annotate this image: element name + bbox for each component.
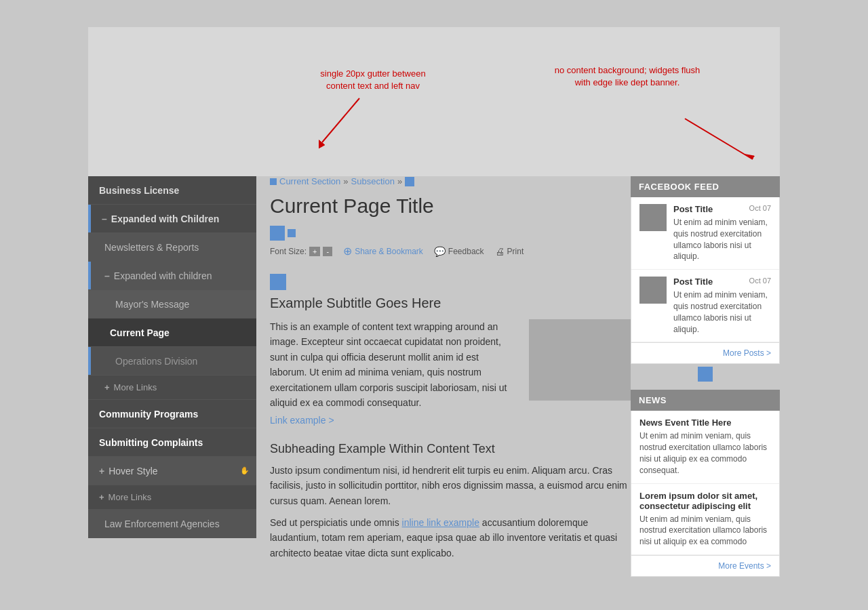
hover-cursor-icon: ✋ xyxy=(240,466,250,475)
arrow-left-annotation xyxy=(319,95,387,149)
svg-line-1 xyxy=(322,98,359,142)
nav-label-hover-style: Hover Style xyxy=(108,466,157,476)
print-item[interactable]: 🖨 Print xyxy=(495,246,524,257)
deco-sq-3 xyxy=(270,274,286,290)
feedback-icon: 💬 xyxy=(434,246,446,257)
toolbar: Font Size: + - ⊕ Share & Bookmark 💬 Feed… xyxy=(270,245,631,263)
nav-item-hover-style[interactable]: + Hover Style ✋ xyxy=(88,457,256,485)
share-bookmark-item[interactable]: ⊕ Share & Bookmark xyxy=(343,245,423,258)
news-text-1: Ut enim ad minim veniam, quis nostrud ex… xyxy=(639,430,771,476)
breadcrumb-icon xyxy=(270,178,277,185)
right-sidebar: FACEBOOK FEED Post Title Oct 07 Ut enim … xyxy=(631,176,780,577)
nav-label-expanded-sub: Expanded with children xyxy=(114,270,212,281)
content-link[interactable]: Link example > xyxy=(270,413,518,428)
widget-deco xyxy=(631,364,780,384)
nav-label-current-page: Current Page xyxy=(110,327,170,338)
content-area: Current Section » Subsection » Current P… xyxy=(256,176,631,577)
facebook-widget: FACEBOOK FEED Post Title Oct 07 Ut enim … xyxy=(631,176,780,364)
breadcrumb-subsection[interactable]: Subsection xyxy=(351,176,395,186)
nav-item-business-license[interactable]: Business License xyxy=(88,176,256,205)
fb-date-1: Oct 07 xyxy=(749,204,771,212)
news-title-2: Lorem ipsum dolor sit amet, consectetur … xyxy=(639,491,771,511)
fb-post-title-1: Post Title xyxy=(673,204,713,214)
nav-item-current-page[interactable]: Current Page xyxy=(88,319,256,347)
annotation-right: no content background; widgets flush wit… xyxy=(549,64,705,89)
inline-link[interactable]: inline link example xyxy=(402,517,479,528)
top-banner: single 20px gutter between content text … xyxy=(88,27,780,176)
nav-item-operations[interactable]: Operations Division xyxy=(88,347,256,375)
deco-sq-1 xyxy=(270,226,285,241)
nav-label-newsletters: Newsletters & Reports xyxy=(104,242,199,253)
fb-text-2: Ut enim ad minim veniam, quis nostrud ex… xyxy=(673,289,771,335)
nav-item-mayors-message[interactable]: Mayor's Message xyxy=(88,290,256,319)
facebook-body: Post Title Oct 07 Ut enim ad minim venia… xyxy=(631,197,780,343)
breadcrumb-square xyxy=(405,177,414,186)
left-nav: Business License – Expanded with Childre… xyxy=(88,176,256,577)
deco-row-2 xyxy=(270,274,631,290)
nav-accent-1 xyxy=(88,205,91,232)
fb-date-2: Oct 07 xyxy=(749,277,771,285)
fb-text-1: Ut enim ad minim veniam, quis nostrud ex… xyxy=(673,217,771,262)
facebook-more-link[interactable]: More Posts > xyxy=(631,343,780,364)
expand-icon-more-2: + xyxy=(99,492,104,502)
nav-more-links-2[interactable]: + More Links xyxy=(88,485,256,510)
fb-thumb-2 xyxy=(639,277,667,304)
font-decrease-button[interactable]: - xyxy=(323,247,332,256)
nav-item-expanded-with-children[interactable]: – Expanded with Children xyxy=(88,205,256,233)
nav-more-links-1[interactable]: + More Links xyxy=(88,375,256,400)
font-size-label: Font Size: xyxy=(270,247,307,256)
decorative-squares xyxy=(270,226,631,241)
news-title-1: News Event Title Here xyxy=(639,418,771,428)
nav-item-community-programs[interactable]: Community Programs xyxy=(88,400,256,428)
feedback-label: Feedback xyxy=(448,247,484,256)
nav-item-expanded-sub[interactable]: – Expanded with children xyxy=(88,262,256,290)
content-para-2: Sed ut perspiciatis unde omnis inline li… xyxy=(270,515,631,561)
page-title: Current Page Title xyxy=(270,195,631,218)
nav-label-law-enforcement: Law Enforcement Agencies xyxy=(104,518,220,529)
nav-label-more-2: More Links xyxy=(108,492,152,502)
font-increase-button[interactable]: + xyxy=(309,247,320,256)
print-icon: 🖨 xyxy=(495,246,505,257)
breadcrumb: Current Section » Subsection » xyxy=(270,176,631,186)
fb-post-2[interactable]: Post Title Oct 07 Ut enim ad minim venia… xyxy=(631,270,779,342)
font-size-control: Font Size: + - xyxy=(270,247,332,256)
news-header: NEWS xyxy=(631,390,780,411)
expand-icon-hover: + xyxy=(99,466,104,476)
nav-label-mayors-message: Mayor's Message xyxy=(115,299,189,310)
fb-post-title-2: Post Title xyxy=(673,277,713,287)
content-para-1: Justo ipsum condimentum nisi, id hendrer… xyxy=(270,463,631,508)
fb-post-1[interactable]: Post Title Oct 07 Ut enim ad minim venia… xyxy=(631,197,779,270)
news-item-1[interactable]: News Event Title Here Ut enim ad minim v… xyxy=(631,411,779,483)
news-more-link[interactable]: More Events > xyxy=(631,556,780,577)
nav-label-expanded-with-children: Expanded with Children xyxy=(111,214,219,224)
fb-title-row-2: Post Title Oct 07 xyxy=(673,277,771,287)
expand-icon-2: – xyxy=(104,270,110,281)
news-item-2[interactable]: Lorem ipsum dolor sit amet, consectetur … xyxy=(631,484,779,555)
nav-label-more-1: More Links xyxy=(114,382,157,392)
svg-line-3 xyxy=(685,119,753,159)
news-body: News Event Title Here Ut enim ad minim v… xyxy=(631,411,780,556)
nav-item-law-enforcement[interactable]: Law Enforcement Agencies xyxy=(88,510,256,538)
feedback-item[interactable]: 💬 Feedback xyxy=(434,246,484,257)
arrow-right-annotation xyxy=(678,115,760,169)
share-bookmark-link[interactable]: Share & Bookmark xyxy=(355,247,423,256)
main-layout: Business License – Expanded with Childre… xyxy=(88,176,780,577)
facebook-header: FACEBOOK FEED xyxy=(631,176,780,197)
nav-item-newsletters[interactable]: Newsletters & Reports xyxy=(88,233,256,262)
annotation-left: single 20px gutter between content text … xyxy=(305,68,441,92)
breadcrumb-section[interactable]: Current Section xyxy=(279,176,340,186)
content-body-text: This is an example of content text wrapp… xyxy=(270,321,507,408)
content-body: This is an example of content text wrapp… xyxy=(270,319,631,428)
print-label: Print xyxy=(507,247,524,256)
nav-item-submitting-complaints[interactable]: Submitting Complaints xyxy=(88,428,256,457)
expand-icon-more-1: + xyxy=(104,382,110,392)
nav-label-community-programs: Community Programs xyxy=(99,409,198,420)
expand-icon-1: – xyxy=(102,214,107,224)
widget-deco-sq xyxy=(698,367,713,382)
share-icon: ⊕ xyxy=(343,245,352,258)
content-subheading: Subheading Example Within Content Text xyxy=(270,442,631,456)
nav-label-submitting-complaints: Submitting Complaints xyxy=(99,437,203,448)
deco-sq-2 xyxy=(288,229,296,237)
content-image xyxy=(529,319,631,401)
content-text: This is an example of content text wrapp… xyxy=(270,319,518,428)
